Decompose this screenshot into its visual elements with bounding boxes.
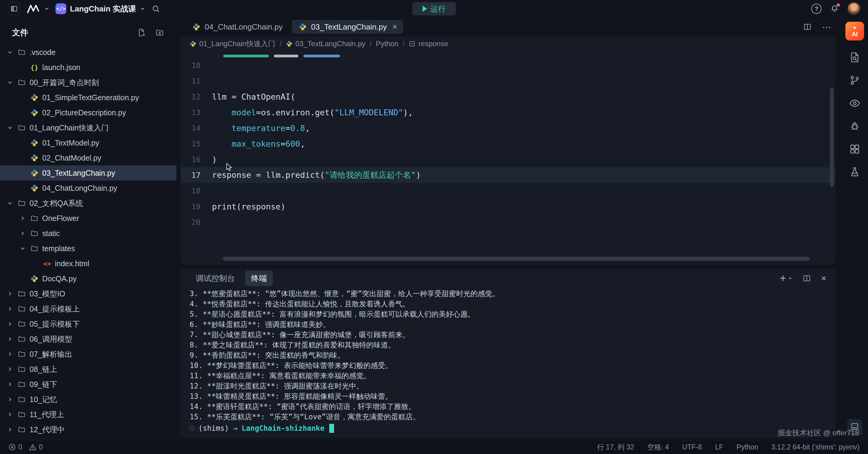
test-flask-icon[interactable] bbox=[849, 166, 861, 178]
chevron-down-icon[interactable] bbox=[6, 48, 14, 56]
sidebar-toggle-button[interactable] bbox=[8, 2, 21, 15]
split-terminal-icon[interactable] bbox=[802, 274, 811, 283]
chevron-down-icon[interactable] bbox=[6, 79, 14, 86]
close-panel-icon[interactable]: × bbox=[821, 273, 827, 283]
tab-debug-console[interactable]: 调试控制台 bbox=[190, 271, 241, 286]
breadcrumb-item[interactable]: 01_LangChain快速入门 bbox=[190, 39, 275, 49]
debug-bug-icon[interactable] bbox=[849, 120, 861, 132]
tree-item-folder[interactable]: 06_调用模型 bbox=[0, 332, 176, 346]
code-line[interactable]: 16) bbox=[181, 151, 835, 167]
horizontal-scrollbar[interactable] bbox=[223, 257, 810, 261]
interpreter[interactable]: 3.12.2 64-bit ('shims': pyenv) bbox=[771, 443, 860, 451]
tree-item-file[interactable]: 03_TextLangChain.py bbox=[0, 165, 176, 180]
run-button[interactable]: 运行 bbox=[412, 2, 456, 16]
clipped-text-fragment bbox=[223, 55, 269, 57]
search-icon[interactable] bbox=[151, 4, 160, 13]
chevron-down-icon[interactable] bbox=[6, 124, 14, 132]
terminal-output[interactable]: 3. **悠蜜蛋糕店**: “悠”体现出悠然、惬意，“蜜”突出甜蜜，给人一种享受… bbox=[181, 288, 835, 438]
chevron-right-icon[interactable] bbox=[6, 305, 14, 313]
file-search-icon[interactable] bbox=[849, 51, 861, 63]
encoding[interactable]: UTF-8 bbox=[682, 443, 702, 451]
chevron-right-icon[interactable] bbox=[6, 395, 14, 403]
tree-item-folder[interactable]: 07_解析输出 bbox=[0, 346, 176, 362]
breadcrumb-item[interactable]: 03_TextLangChain.py bbox=[286, 39, 365, 48]
preview-eye-icon[interactable] bbox=[849, 97, 861, 109]
chevron-right-icon[interactable] bbox=[6, 320, 14, 328]
chevron-right-icon[interactable] bbox=[6, 290, 14, 297]
code-line[interactable]: 10 bbox=[181, 57, 835, 73]
chevron-right-icon[interactable] bbox=[6, 380, 14, 388]
file-explorer-sidebar: 文件 .vscode{}launch.json00_开篇词_奇点时刻01_Sim… bbox=[0, 18, 176, 440]
tree-item-folder[interactable]: .vscode bbox=[0, 45, 176, 60]
code-line[interactable]: 18 bbox=[181, 183, 835, 199]
cursor-position[interactable]: 行 17, 列 32 bbox=[597, 443, 634, 452]
more-actions-icon[interactable]: ⋯ bbox=[822, 22, 831, 32]
tab-04-chatlongchain[interactable]: 04_ChatLongChain.py bbox=[185, 20, 289, 34]
tree-item-file[interactable]: <>index.html bbox=[0, 256, 176, 271]
source-control-icon[interactable] bbox=[849, 74, 861, 86]
tree-item-folder[interactable]: 12_代理中 bbox=[0, 422, 176, 437]
chevron-right-icon[interactable] bbox=[6, 365, 14, 373]
code-line[interactable]: 20 bbox=[181, 214, 835, 230]
code-line[interactable]: 17response = llm.predict("请给我的蛋糕店起个名") bbox=[181, 167, 835, 183]
eol-style[interactable]: LF bbox=[715, 443, 723, 451]
ai-assistant-button[interactable]: ✦ AI bbox=[845, 22, 864, 40]
workspace-switcher[interactable] bbox=[27, 4, 50, 13]
avatar[interactable] bbox=[847, 2, 860, 15]
tree-item-file[interactable]: 01_SimpleTextGeneration.py bbox=[0, 90, 176, 105]
tree-item-file[interactable]: 02_PictureDescription.py bbox=[0, 105, 176, 120]
tree-item-folder[interactable]: 11_代理上 bbox=[0, 407, 176, 422]
chevron-right-icon[interactable] bbox=[6, 426, 14, 433]
extensions-grid-icon[interactable] bbox=[849, 143, 861, 155]
tree-item-folder[interactable]: 13_代理下 bbox=[0, 437, 176, 440]
new-file-icon[interactable] bbox=[137, 28, 146, 37]
close-icon[interactable]: × bbox=[392, 23, 397, 31]
code-line[interactable]: 11 bbox=[181, 73, 835, 89]
code-line[interactable]: 12llm = ChatOpenAI( bbox=[181, 89, 835, 105]
breadcrumb-item[interactable]: Python bbox=[376, 39, 399, 48]
tree-item-file[interactable]: 02_ChatModel.py bbox=[0, 150, 176, 165]
problems-errors[interactable]: 0 bbox=[8, 443, 22, 451]
tree-item-folder[interactable]: 00_开篇词_奇点时刻 bbox=[0, 75, 176, 90]
tree-item-folder[interactable]: 03_模型IO bbox=[0, 286, 176, 301]
chevron-right-icon[interactable] bbox=[19, 229, 27, 237]
code-line[interactable]: 19print(response) bbox=[181, 199, 835, 214]
tree-item-file[interactable]: 01_TextModel.py bbox=[0, 135, 176, 150]
code-line[interactable]: 15 max_tokens=600, bbox=[181, 136, 835, 151]
chevron-down-icon[interactable] bbox=[19, 245, 27, 252]
chevron-down-icon[interactable] bbox=[6, 199, 14, 207]
project-switcher[interactable]: </> LangChain 实战课 bbox=[56, 3, 145, 14]
tab-03-textlangchain[interactable]: 03_TextLangChain.py × bbox=[292, 20, 403, 34]
chevron-right-icon[interactable] bbox=[6, 350, 14, 358]
vertical-scrollbar[interactable] bbox=[830, 88, 834, 187]
tree-item-folder[interactable]: 02_文档QA系统 bbox=[0, 196, 176, 211]
tree-item-folder[interactable]: 08_链上 bbox=[0, 362, 176, 377]
tab-terminal[interactable]: 终端 bbox=[245, 271, 273, 286]
tree-item-folder[interactable]: 04_提示模板上 bbox=[0, 301, 176, 316]
new-folder-icon[interactable] bbox=[155, 28, 164, 37]
code-area[interactable]: 101112llm = ChatOpenAI(13 model=os.envir… bbox=[181, 51, 835, 264]
tree-item-file[interactable]: 04_ChatLongChain.py bbox=[0, 180, 176, 196]
code-line[interactable]: 14 temperature=0.8, bbox=[181, 120, 835, 136]
tree-item-folder[interactable]: templates bbox=[0, 241, 176, 256]
tree-item-folder[interactable]: 09_链下 bbox=[0, 377, 176, 392]
problems-warnings[interactable]: 0 bbox=[29, 443, 43, 451]
tree-item-folder[interactable]: 10_记忆 bbox=[0, 392, 176, 407]
chevron-right-icon[interactable] bbox=[6, 335, 14, 343]
breadcrumb-item[interactable]: response bbox=[409, 39, 448, 48]
tree-item-folder[interactable]: static bbox=[0, 226, 176, 241]
tree-item-folder[interactable]: OneFlower bbox=[0, 211, 176, 226]
language-mode[interactable]: Python bbox=[737, 443, 758, 451]
tree-item-folder[interactable]: 05_提示模板下 bbox=[0, 316, 176, 332]
tree-item-file[interactable]: {}launch.json bbox=[0, 60, 176, 75]
tree-item-folder[interactable]: 01_LangChain快速入门 bbox=[0, 120, 176, 135]
split-editor-icon[interactable] bbox=[803, 22, 812, 31]
chevron-right-icon[interactable] bbox=[19, 214, 27, 222]
chevron-right-icon[interactable] bbox=[6, 410, 14, 418]
tree-item-file[interactable]: DocQA.py bbox=[0, 271, 176, 286]
new-terminal-button[interactable]: + bbox=[780, 273, 793, 284]
indentation[interactable]: 空格: 4 bbox=[647, 443, 669, 452]
notifications-button[interactable] bbox=[830, 4, 839, 13]
code-line[interactable]: 13 model=os.environ.get("LLM_MODELEND"), bbox=[181, 105, 835, 120]
help-icon[interactable]: ? bbox=[811, 4, 822, 14]
